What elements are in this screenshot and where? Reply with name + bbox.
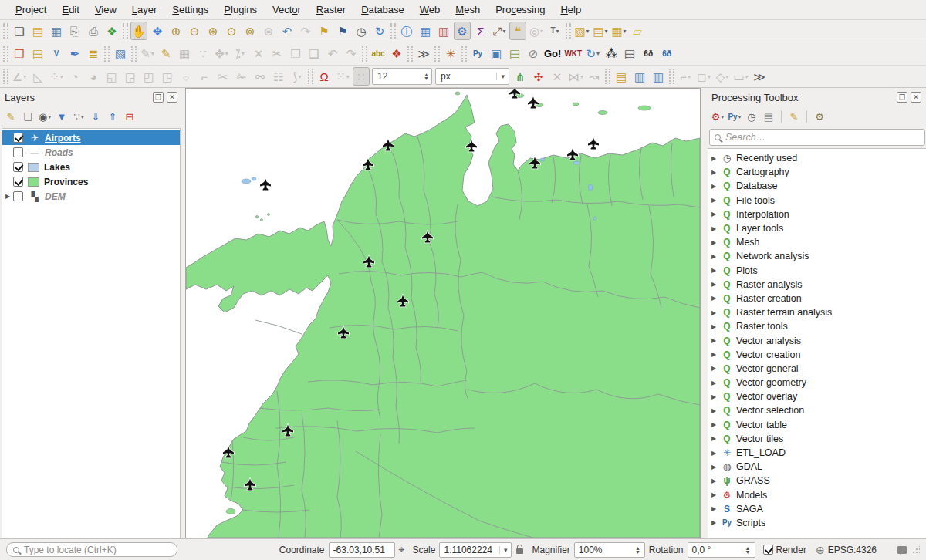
- crs-globe-icon[interactable]: ⊕: [816, 544, 825, 556]
- db-import[interactable]: ▥: [650, 67, 667, 86]
- magnifier-spinbox[interactable]: 100% ▲▼: [574, 542, 645, 558]
- menu-plugins[interactable]: Plugins: [216, 2, 265, 18]
- options-wrench[interactable]: ⚙: [812, 109, 827, 124]
- scale-lock-icon[interactable]: [516, 548, 523, 554]
- zoom-last[interactable]: ↶: [279, 22, 296, 40]
- expander-icon[interactable]: ▶: [708, 323, 720, 330]
- history[interactable]: ◷: [744, 109, 759, 124]
- toolbar-handle[interactable]: [605, 69, 610, 84]
- toolbox-category-vector-analysis[interactable]: ▶QVector analysis: [708, 333, 926, 347]
- toolbar-handle[interactable]: [434, 46, 440, 62]
- data-source-manager[interactable]: ❒: [11, 45, 28, 63]
- toolbar-handle[interactable]: [566, 23, 571, 39]
- expander-icon[interactable]: ▶: [708, 295, 720, 302]
- filter-by-expression[interactable]: ∵▾: [71, 109, 86, 124]
- layer-item-dem[interactable]: ▶▚DEM: [2, 189, 180, 204]
- toolbox-category-scripts[interactable]: ▶PyScripts: [708, 516, 926, 530]
- toolbox-category-etl-load[interactable]: ▶✳ETL_LOAD: [708, 446, 926, 460]
- expander-icon[interactable]: ▶: [708, 267, 720, 274]
- annotation-note[interactable]: ▱: [629, 22, 646, 40]
- layer-checkbox-airports[interactable]: [13, 133, 23, 143]
- deselect-all[interactable]: ▦▾: [610, 22, 627, 40]
- toolbox-category-raster-analysis[interactable]: ▶QRaster analysis: [708, 278, 926, 292]
- toolbar-handle[interactable]: [407, 46, 413, 62]
- style-manager[interactable]: ❖: [103, 22, 120, 40]
- toolbar-handle[interactable]: [123, 23, 128, 39]
- layer-checklist[interactable]: ▤: [613, 67, 630, 86]
- menu-settings[interactable]: Settings: [164, 2, 216, 18]
- layer-checkbox-dem[interactable]: [13, 191, 23, 201]
- toolbar-handle[interactable]: [308, 69, 313, 84]
- toolbar-handle[interactable]: [131, 46, 137, 62]
- expander-icon[interactable]: ▶: [708, 505, 720, 512]
- map-tips[interactable]: ❝: [509, 22, 526, 40]
- scale-dropdown-icon[interactable]: ▾: [499, 546, 512, 554]
- toolbar-handle[interactable]: [461, 46, 467, 62]
- map-canvas[interactable]: [185, 88, 701, 538]
- toolbar-handle[interactable]: [390, 23, 396, 39]
- menu-mesh[interactable]: Mesh: [448, 2, 488, 18]
- toolbox-category-file-tools[interactable]: ▶QFile tools: [708, 194, 926, 207]
- expander-icon[interactable]: ▶: [708, 281, 720, 288]
- expander-icon[interactable]: ▶: [708, 197, 720, 204]
- toolbar-handle[interactable]: [362, 46, 367, 62]
- eyes-plugin-2[interactable]: 6ð: [658, 45, 675, 63]
- add-spatialite-layer[interactable]: ✒: [66, 45, 83, 63]
- processing-toolbox[interactable]: ⚙: [454, 22, 471, 40]
- project-new[interactable]: ❏: [11, 22, 28, 40]
- expander-icon[interactable]: ▶: [708, 211, 720, 218]
- toolbox-category-cartography[interactable]: ▶QCartography: [708, 165, 926, 179]
- toolbar-handle[interactable]: [3, 23, 8, 39]
- toolbox-category-vector-overlay[interactable]: ▶QVector overlay: [708, 390, 926, 403]
- toolbar-handle[interactable]: [669, 69, 674, 84]
- select-features[interactable]: ▧▾: [573, 22, 590, 40]
- toolbox-category-vector-geometry[interactable]: ▶QVector geometry: [708, 376, 926, 390]
- coordinate-input[interactable]: -63.03,10.51: [329, 542, 395, 558]
- log-messages-icon[interactable]: [897, 546, 907, 554]
- layer-item-roads[interactable]: —Roads: [2, 145, 180, 160]
- db-export[interactable]: ▥: [631, 67, 648, 86]
- crs-value[interactable]: EPSG:4326: [828, 545, 877, 555]
- expander-icon[interactable]: ▶: [2, 193, 13, 200]
- expander-icon[interactable]: ▶: [708, 450, 720, 457]
- scale-combobox[interactable]: 1:11062224 ▾: [439, 542, 512, 558]
- menu-raster[interactable]: Raster: [309, 2, 353, 18]
- expander-icon[interactable]: ▶: [708, 393, 720, 400]
- layers-float-icon[interactable]: ❐: [153, 92, 164, 103]
- show-bookmarks[interactable]: ⚑: [334, 22, 351, 40]
- menu-view[interactable]: View: [87, 2, 124, 18]
- toolbar-handle[interactable]: [3, 69, 8, 84]
- new-print-layout[interactable]: ⎘: [66, 22, 83, 40]
- rotation-spinbox[interactable]: 0,0 ° ▲▼: [688, 542, 755, 558]
- locate-input[interactable]: Type to locate (Ctrl+K): [6, 542, 177, 557]
- refresh-map[interactable]: ↻: [371, 22, 388, 40]
- layer-checkbox-roads[interactable]: [13, 147, 23, 157]
- go-button[interactable]: Go!: [543, 45, 562, 63]
- remove-layer[interactable]: ⊟: [122, 109, 137, 124]
- python-console[interactable]: Py: [469, 45, 486, 63]
- zoom-in[interactable]: ⊕: [167, 22, 184, 40]
- toolbox-category-interpolation[interactable]: ▶QInterpolation: [708, 207, 926, 221]
- toolbox-category-network-analysis[interactable]: ▶QNetwork analysis: [708, 249, 926, 263]
- toolbox-category-recently-used[interactable]: ▶◷Recently used: [708, 151, 926, 165]
- magnifier-spin-arrows[interactable]: ▲▼: [635, 546, 640, 554]
- manage-map-themes[interactable]: ◉▾: [37, 109, 52, 124]
- toolbar-handle[interactable]: [104, 46, 110, 62]
- right-splitter[interactable]: [701, 88, 707, 538]
- render-checkbox[interactable]: [763, 545, 773, 555]
- toolbox-category-models[interactable]: ▶⚙Models: [708, 488, 926, 502]
- toolbox-category-vector-table[interactable]: ▶QVector table: [708, 418, 926, 432]
- first-aid-debug[interactable]: ⁂: [603, 45, 620, 63]
- toolbar-overflow-3[interactable]: ≫: [751, 67, 768, 86]
- layer-item-airports[interactable]: ✈Airports: [2, 130, 180, 145]
- layer-item-provinces[interactable]: Provinces: [2, 174, 180, 189]
- toggle-editing[interactable]: ✎: [157, 45, 174, 63]
- tracing-enable[interactable]: ⋔: [512, 67, 529, 86]
- menu-web[interactable]: Web: [412, 2, 448, 18]
- expander-icon[interactable]: ▶: [708, 309, 720, 316]
- zoom-to-layer[interactable]: ⊚: [242, 22, 259, 40]
- text-annotation[interactable]: T▾: [546, 22, 563, 40]
- menu-layer[interactable]: Layer: [124, 2, 165, 18]
- zoom-out[interactable]: ⊖: [186, 22, 203, 40]
- identify-features[interactable]: ⓘ: [398, 22, 415, 40]
